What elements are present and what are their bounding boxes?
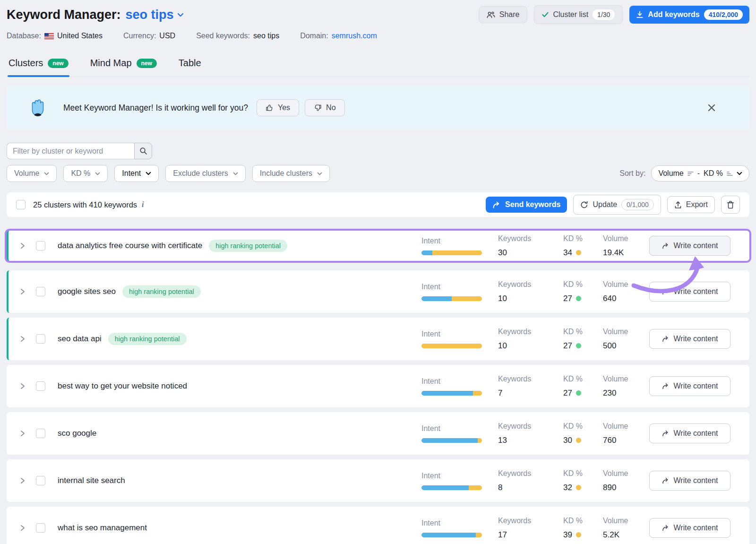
us-flag-icon (44, 33, 54, 39)
add-keywords-button[interactable]: Add keywords 410/2,000 (629, 6, 749, 24)
cluster-name[interactable]: google sites seo (58, 287, 116, 296)
cluster-row: best way to get your website noticed Int… (7, 365, 749, 407)
write-content-button[interactable]: Write content (649, 329, 730, 349)
export-icon (674, 201, 682, 209)
write-content-button[interactable]: Write content (649, 376, 730, 396)
search-input[interactable] (7, 143, 134, 159)
expand-chevron-icon[interactable] (20, 288, 26, 295)
cluster-name[interactable]: what is seo management (58, 523, 147, 533)
volume-column-label: Volume (603, 422, 649, 431)
row-checkbox[interactable] (36, 334, 45, 344)
domain-link[interactable]: semrush.com (332, 32, 377, 40)
feedback-no-button[interactable]: No (305, 99, 344, 116)
metric-intent: Intent (421, 283, 498, 301)
kd-column-label: KD % (563, 422, 603, 431)
filter-volume-label: Volume (14, 169, 39, 178)
tab-table[interactable]: Table (178, 54, 202, 76)
row-checkbox[interactable] (36, 287, 45, 296)
kd-difficulty-dot (576, 485, 581, 490)
write-arrow-icon (662, 336, 670, 342)
intent-bar (421, 250, 482, 255)
write-content-button[interactable]: Write content (649, 518, 730, 538)
kd-value: 27 (563, 341, 572, 351)
expand-chevron-icon[interactable] (20, 477, 26, 484)
tab-mind-map[interactable]: Mind Map new (89, 54, 158, 76)
sort-select[interactable]: Volume - KD % (651, 165, 749, 181)
feedback-yes-label: Yes (278, 104, 290, 112)
cluster-list-button[interactable]: Cluster list 1/30 (534, 5, 623, 24)
delete-button[interactable] (721, 196, 740, 214)
metric-kd: KD % 30 (563, 422, 603, 445)
feedback-no-label: No (326, 104, 335, 112)
update-button[interactable]: Update 0/1,000 (573, 195, 661, 215)
cluster-name[interactable]: internal site search (58, 476, 125, 485)
row-checkbox[interactable] (36, 381, 45, 391)
keyword-list-name: seo tips (126, 8, 174, 22)
expand-chevron-icon[interactable] (20, 242, 26, 249)
cluster-name[interactable]: data analytics free course with certific… (58, 241, 202, 250)
close-icon[interactable] (707, 103, 716, 112)
filter-intent[interactable]: Intent (114, 165, 159, 182)
filter-exclude-clusters[interactable]: Exclude clusters (165, 165, 246, 182)
chevron-down-icon (737, 172, 742, 175)
thumbs-up-icon (266, 104, 274, 112)
row-checkbox[interactable] (36, 429, 45, 438)
keyword-list-selector[interactable]: seo tips (126, 8, 184, 22)
cluster-name[interactable]: seo data api (58, 334, 102, 344)
intent-bar-informational (421, 485, 469, 490)
cluster-name[interactable]: best way to get your website noticed (58, 381, 187, 391)
write-content-button[interactable]: Write content (649, 282, 730, 302)
ranking-potential-badge: high ranking potential (108, 333, 187, 345)
filter-include-clusters[interactable]: Include clusters (252, 165, 330, 182)
tab-clusters[interactable]: Clusters new (8, 54, 69, 76)
update-count: 0/1,000 (621, 199, 654, 210)
kd-column-label: KD % (563, 234, 603, 243)
expand-chevron-icon[interactable] (20, 336, 26, 342)
cluster-name[interactable]: sco google (58, 429, 96, 438)
metric-kd: KD % 27 (563, 328, 603, 351)
kd-value: 32 (563, 483, 572, 492)
export-button[interactable]: Export (667, 196, 715, 213)
select-all-checkbox[interactable] (16, 200, 26, 209)
intent-bar-informational (421, 391, 473, 396)
metric-keywords: Keywords 13 (498, 422, 563, 445)
expand-chevron-icon[interactable] (20, 383, 26, 389)
expand-chevron-icon[interactable] (20, 525, 26, 531)
write-content-button[interactable]: Write content (649, 471, 730, 491)
keywords-column-label: Keywords (498, 517, 563, 525)
kd-value: 30 (563, 436, 572, 445)
row-checkbox[interactable] (36, 476, 45, 485)
chevron-down-icon (317, 172, 322, 175)
filter-kd[interactable]: KD % (63, 165, 108, 182)
sort-ascending-icon (727, 171, 733, 176)
row-metrics: Intent Keywords 17 KD % 39 Volume 5.2K W… (421, 517, 730, 540)
share-button[interactable]: Share (479, 6, 528, 23)
cluster-row: internal site search Intent Keywords 8 K… (7, 459, 749, 502)
metric-kd: KD % 39 (563, 517, 603, 540)
currency-label: Currency: (123, 32, 156, 40)
write-content-button[interactable]: Write content (649, 423, 730, 443)
row-checkbox[interactable] (36, 523, 45, 533)
kd-column-label: KD % (563, 328, 603, 336)
intent-bar-informational (421, 296, 452, 301)
cluster-list-label: Cluster list (553, 10, 588, 19)
feedback-yes-button[interactable]: Yes (257, 99, 299, 116)
expand-chevron-icon[interactable] (20, 430, 26, 437)
write-content-button[interactable]: Write content (649, 236, 730, 256)
search-button[interactable] (134, 143, 152, 159)
metric-keywords: Keywords 30 (498, 234, 563, 258)
info-icon[interactable]: i (142, 200, 144, 209)
currency-value: USD (159, 32, 175, 40)
volume-column-label: Volume (603, 280, 649, 289)
send-keywords-button[interactable]: Send keywords (486, 197, 567, 213)
banner-buttons: Yes No (257, 99, 345, 116)
metric-kd: KD % 27 (563, 375, 603, 398)
search-bar (7, 143, 749, 159)
sort-group: Sort by: Volume - KD % (619, 165, 749, 181)
row-checkbox[interactable] (36, 241, 45, 250)
kd-column-label: KD % (563, 469, 603, 478)
write-arrow-icon (662, 383, 670, 389)
filter-volume[interactable]: Volume (7, 165, 57, 182)
metric-volume: Volume 19.4K (603, 234, 649, 258)
metric-intent: Intent (421, 519, 498, 537)
